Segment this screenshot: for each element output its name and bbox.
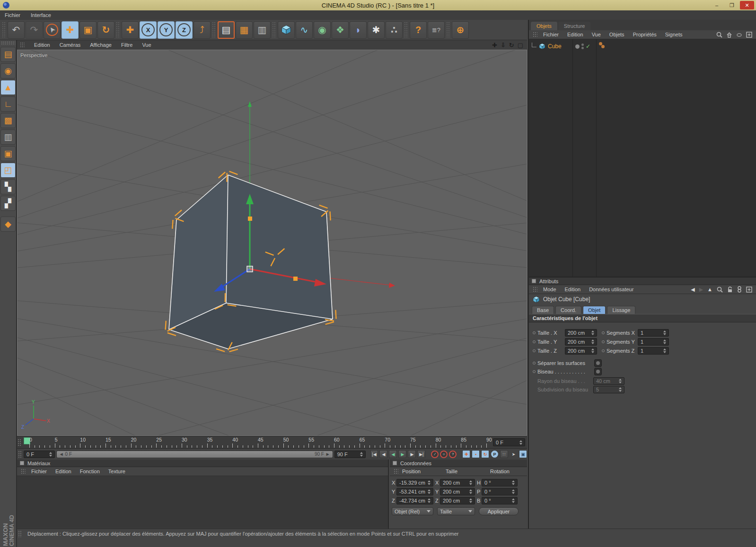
history-back-icon[interactable]: ◀: [691, 287, 694, 293]
viewport-menu-vue[interactable]: Vue: [142, 42, 151, 48]
materials-menu-edition[interactable]: Edition: [55, 469, 71, 474]
menu-interface[interactable]: Interface: [31, 12, 51, 18]
search-icon[interactable]: [716, 32, 722, 38]
visibility-render-dot2[interactable]: [581, 47, 584, 49]
current-frame-spinner[interactable]: [519, 439, 524, 446]
current-frame-field[interactable]: 0 F: [493, 438, 525, 446]
taille-x-field[interactable]: 200 cm: [565, 329, 597, 337]
new-panel-icon[interactable]: [746, 287, 752, 293]
left-toolbar-grip[interactable]: [1, 41, 15, 45]
attr-menu-edition[interactable]: Edition: [565, 287, 581, 292]
param-dot[interactable]: [533, 331, 536, 334]
edges-mode-button[interactable]: ▥: [0, 130, 16, 145]
scale-tool-button[interactable]: ▣: [79, 21, 97, 39]
menu-fichier[interactable]: Fichier: [5, 12, 20, 18]
render-settings-button[interactable]: ▦: [236, 21, 253, 39]
segments-y-field[interactable]: 1: [638, 338, 669, 346]
prev-frame-button[interactable]: ◀: [389, 450, 397, 458]
materials-list-area[interactable]: [17, 476, 388, 528]
position-y-field[interactable]: -53.241 cm: [396, 488, 433, 495]
timeline-panel-button[interactable]: ▣: [519, 450, 527, 458]
home-icon[interactable]: [726, 32, 732, 38]
key-rotation-toggle[interactable]: ↻: [481, 450, 489, 458]
taille-z-field[interactable]: 200 cm: [565, 347, 597, 355]
position-z-field[interactable]: -42.734 cm: [396, 497, 433, 504]
size-z-field[interactable]: 200 cm: [440, 497, 475, 504]
attributes-section-header[interactable]: Caractéristiques de l'objet: [529, 314, 756, 322]
move-tool-button[interactable]: ✚: [62, 21, 79, 39]
viewport-menu-edition[interactable]: Edition: [34, 42, 50, 48]
add-environment-button[interactable]: ✱: [368, 21, 385, 39]
key-scale-toggle[interactable]: ▪: [472, 450, 480, 458]
object-tree[interactable]: Cube ✓: [529, 39, 756, 277]
om-menu-edition[interactable]: Edition: [567, 32, 583, 37]
param-dot[interactable]: [602, 331, 605, 334]
rotation-h-field[interactable]: 0 °: [482, 479, 518, 486]
enable-checkmark[interactable]: ✓: [586, 43, 590, 50]
object-axis-mode-button[interactable]: ∟: [0, 96, 16, 112]
visibility-editor-dot[interactable]: [575, 44, 580, 49]
polygons-mode-button[interactable]: ▣: [0, 146, 16, 161]
lock-y-axis-button[interactable]: Y: [158, 21, 175, 39]
key-position-toggle[interactable]: ✚: [462, 450, 470, 458]
tab-objet[interactable]: Objet: [583, 306, 606, 314]
materials-grip[interactable]: [21, 469, 26, 474]
history-forward-icon[interactable]: ▶: [699, 287, 703, 293]
texture-axis-mode-button[interactable]: ▞: [0, 196, 16, 211]
globe-button[interactable]: ⊕: [452, 21, 469, 39]
commander-button[interactable]: ≣?: [428, 21, 445, 39]
gizmo-x-plane-handle[interactable]: [293, 277, 298, 281]
live-selection-button[interactable]: ➤: [44, 21, 61, 39]
layout-button[interactable]: ▤: [0, 47, 16, 62]
segments-z-field[interactable]: 1: [638, 347, 669, 355]
visibility-render-dot[interactable]: [581, 43, 584, 46]
end-frame-spinner[interactable]: [360, 451, 364, 458]
frame-spinner-arrows[interactable]: [49, 451, 53, 458]
param-dot[interactable]: [602, 340, 605, 343]
object-manager-grip[interactable]: [533, 32, 537, 37]
add-panel-icon[interactable]: [746, 32, 752, 38]
goto-start-button[interactable]: |◀: [370, 450, 378, 458]
materials-menu-fichier[interactable]: Fichier: [31, 469, 47, 474]
biseau-checkbox[interactable]: [594, 368, 602, 375]
filter-icon[interactable]: [736, 32, 742, 38]
object-name[interactable]: Cube: [548, 43, 562, 50]
tab-coord[interactable]: Coord.: [555, 306, 581, 314]
viewport-menu-cameras[interactable]: Caméras: [60, 42, 81, 48]
tab-objets[interactable]: Objets: [531, 22, 557, 30]
move-axes-button[interactable]: ✚: [122, 21, 139, 39]
render-view-button[interactable]: ▤: [218, 21, 235, 39]
render-queue-button[interactable]: ▥: [254, 21, 271, 39]
coord-size-dropdown[interactable]: Taille: [437, 507, 475, 515]
next-key-button[interactable]: ▶: [408, 450, 416, 458]
attributes-title-bar[interactable]: Attributs: [529, 278, 756, 285]
position-x-field[interactable]: -15.329 cm: [396, 479, 433, 486]
timeline-grip[interactable]: [18, 439, 22, 446]
key-cursor-button[interactable]: ➤: [510, 450, 518, 458]
add-deformer-button[interactable]: ◗: [350, 21, 367, 39]
viewport-camera-label[interactable]: Perspective: [20, 52, 47, 58]
viewport-menu-filtre[interactable]: Filtre: [121, 42, 132, 48]
lock-z-axis-button[interactable]: Z: [176, 21, 193, 39]
om-menu-proprietes[interactable]: Propriétés: [633, 32, 657, 37]
rotation-p-field[interactable]: 0 °: [482, 488, 518, 495]
materials-menu-fonction[interactable]: Fonction: [80, 469, 100, 474]
separer-checkbox[interactable]: [594, 359, 602, 367]
tab-lissage[interactable]: Lissage: [607, 306, 635, 314]
om-menu-signets[interactable]: Signets: [665, 32, 683, 37]
attr-search-icon[interactable]: [717, 287, 723, 293]
param-dot[interactable]: [533, 362, 536, 365]
link-icon[interactable]: [737, 286, 742, 293]
frame-range-slider[interactable]: ◄ 0 F 90 F ►: [56, 451, 333, 458]
viewport-canvas[interactable]: Y X Z: [18, 50, 527, 435]
model-mode-button[interactable]: ▲: [0, 80, 16, 95]
coordinates-grip[interactable]: [394, 469, 398, 474]
animation-mode-button[interactable]: ◰: [0, 163, 16, 178]
coordinates-title-bar[interactable]: Coordonnées: [390, 460, 527, 467]
frame-spinner-field[interactable]: 0 F: [24, 451, 55, 458]
viewport-grip[interactable]: [20, 42, 25, 48]
prev-key-button[interactable]: ◀: [379, 450, 387, 458]
object-visibility-dots[interactable]: ✓: [575, 43, 590, 50]
attr-menu-donnees[interactable]: Données utilisateur: [589, 287, 633, 292]
gizmo-origin-handle[interactable]: [247, 266, 253, 272]
